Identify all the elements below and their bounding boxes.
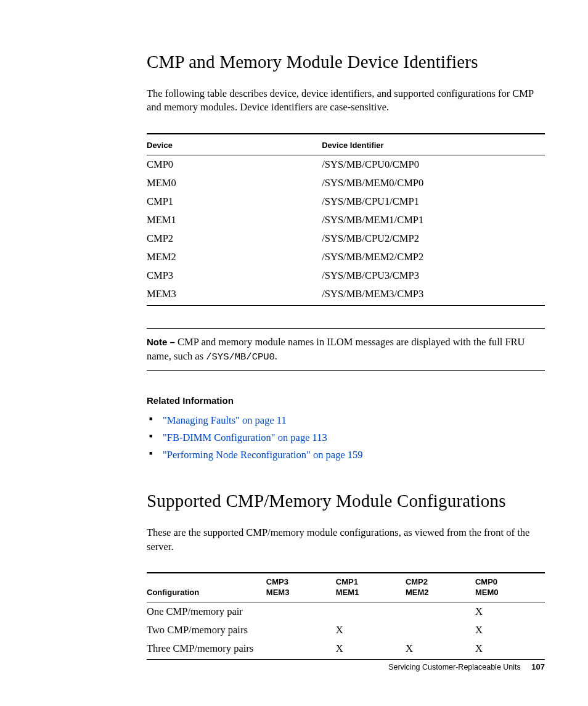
cell-id: /SYS/MB/CPU3/CMP3 (322, 266, 545, 285)
cell-device: MEM0 (147, 174, 322, 192)
cell-device: MEM2 (147, 248, 322, 266)
note-text-after: . (275, 350, 277, 362)
table-row: CMP2/SYS/MB/CPU2/CMP2 (147, 229, 545, 248)
note-code: /SYS/MB/CPU0 (206, 351, 275, 363)
cell-mark: X (406, 639, 475, 660)
intro-paragraph-2: These are the supported CMP/memory modul… (147, 526, 545, 554)
table-row: CMP1/SYS/MB/CPU1/CMP1 (147, 192, 545, 211)
table-row: MEM2/SYS/MB/MEM2/CMP2 (147, 248, 545, 266)
th-configuration: Configuration (147, 573, 266, 602)
list-item: "FB-DIMM Configuration" on page 113 (147, 429, 545, 446)
cell-mark: X (475, 621, 545, 639)
cell-mark (406, 602, 475, 621)
list-item: "Managing Faults" on page 11 (147, 412, 545, 429)
table-row: CMP3/SYS/MB/CPU3/CMP3 (147, 266, 545, 285)
table-row: MEM3/SYS/MB/MEM3/CMP3 (147, 285, 545, 306)
section-title-2: Supported CMP/Memory Module Configuratio… (147, 491, 545, 511)
cell-mark: X (336, 639, 406, 660)
configuration-table: Configuration CMP3MEM3 CMP1MEM1 CMP2MEM2… (147, 572, 545, 660)
cell-id: /SYS/MB/MEM1/CMP1 (322, 211, 545, 229)
th-device: Device (147, 134, 322, 155)
device-identifier-table: Device Device Identifier CMP0/SYS/MB/CPU… (147, 133, 545, 306)
link-node-reconfig[interactable]: "Performing Node Reconfiguration" on pag… (163, 449, 363, 461)
related-info-list: "Managing Faults" on page 11 "FB-DIMM Co… (147, 412, 545, 464)
cell-device: CMP2 (147, 229, 322, 248)
cell-id: /SYS/MB/CPU0/CMP0 (322, 155, 545, 174)
th-device-identifier: Device Identifier (322, 134, 545, 155)
intro-paragraph-1: The following table describes device, de… (147, 87, 545, 115)
table-row: Two CMP/memory pairs X X (147, 621, 545, 639)
cell-device: MEM1 (147, 211, 322, 229)
note-text: CMP and memory module names in ILOM mess… (147, 336, 525, 362)
footer-chapter: Servicing Customer-Replaceable Units (388, 663, 521, 671)
cell-mark (336, 602, 406, 621)
link-fb-dimm-config[interactable]: "FB-DIMM Configuration" on page 113 (163, 432, 327, 443)
table-row: MEM1/SYS/MB/MEM1/CMP1 (147, 211, 545, 229)
cell-id: /SYS/MB/MEM0/CMP0 (322, 174, 545, 192)
cell-mark: X (475, 639, 545, 660)
footer-page-number: 107 (531, 662, 545, 671)
th-cmp0: CMP0MEM0 (475, 573, 545, 602)
th-cmp3: CMP3MEM3 (266, 573, 336, 602)
cell-mark (266, 639, 336, 660)
document-page: CMP and Memory Module Device Identifiers… (0, 0, 588, 706)
cell-id: /SYS/MB/CPU1/CMP1 (322, 192, 545, 211)
cell-device: CMP1 (147, 192, 322, 211)
cell-mark: X (336, 621, 406, 639)
cell-device: CMP3 (147, 266, 322, 285)
cell-id: /SYS/MB/MEM2/CMP2 (322, 248, 545, 266)
table-row: One CMP/memory pair X (147, 602, 545, 621)
table-row: CMP0/SYS/MB/CPU0/CMP0 (147, 155, 545, 174)
note-label: Note – (147, 337, 178, 347)
cell-config: Three CMP/memory pairs (147, 639, 266, 660)
cell-id: /SYS/MB/MEM3/CMP3 (322, 285, 545, 306)
section-title-1: CMP and Memory Module Device Identifiers (147, 52, 545, 72)
cell-device: CMP0 (147, 155, 322, 174)
cell-device: MEM3 (147, 285, 322, 306)
cell-id: /SYS/MB/CPU2/CMP2 (322, 229, 545, 248)
cell-mark (406, 621, 475, 639)
page-footer: Servicing Customer-Replaceable Units 107 (388, 662, 545, 671)
th-cmp1: CMP1MEM1 (336, 573, 406, 602)
th-cmp2: CMP2MEM2 (406, 573, 475, 602)
table-row: MEM0/SYS/MB/MEM0/CMP0 (147, 174, 545, 192)
cell-mark: X (475, 602, 545, 621)
note-block: Note – CMP and memory module names in IL… (147, 328, 545, 371)
cell-mark (266, 621, 336, 639)
cell-mark (266, 602, 336, 621)
cell-config: Two CMP/memory pairs (147, 621, 266, 639)
table-row: Three CMP/memory pairs X X X (147, 639, 545, 660)
cell-config: One CMP/memory pair (147, 602, 266, 621)
link-managing-faults[interactable]: "Managing Faults" on page 11 (163, 414, 287, 426)
list-item: "Performing Node Reconfiguration" on pag… (147, 446, 545, 464)
related-info-heading: Related Information (147, 395, 545, 406)
